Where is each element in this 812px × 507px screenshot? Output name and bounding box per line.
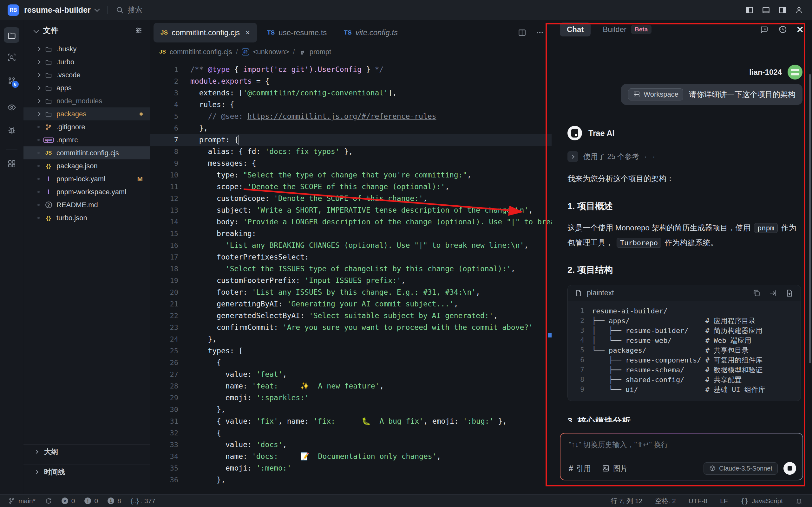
tree-line-1: 1resume-ai-builder/ [568,306,801,316]
chat-input[interactable]: "↑↓" 切换历史输入，"⇧↵" 换行 # 引用 图片 Claude-3.5-S… [560,434,803,480]
breadcrumb-separator: / [236,48,238,56]
explorer-header[interactable]: 文件 [23,20,150,41]
code-line-33: 33 value: 'docs', [150,439,552,451]
file-row--gitignore[interactable]: .gitignore [23,120,150,133]
workspace-tag[interactable]: Workspace [628,89,683,101]
sync-icon[interactable] [45,498,52,504]
code-line-18: 18 'Select the ISSUES type of changeList… [150,263,552,275]
history-icon[interactable] [778,25,788,34]
file-dot-icon [34,204,43,206]
account-icon[interactable] [795,6,803,14]
file-row-pnpm-workspace-yaml[interactable]: !pnpm-workspace.yaml [23,185,150,199]
breadcrumb-file[interactable]: commitlint.config.cjs [170,48,232,56]
folder-icon [45,59,52,66]
code-line-11: 11 scope: 'Denote the SCOPE of this chan… [150,181,552,193]
breadcrumb[interactable]: JS commitlint.config.cjs / @ <unknown> /… [150,45,552,59]
tab-commitlint-config[interactable]: JS commitlint.config.cjs × [154,23,257,43]
language-mode[interactable]: {}JavaScript [741,497,783,505]
chevron-down-icon[interactable] [94,6,100,12]
toggle-left-panel-icon[interactable] [745,6,754,14]
encoding[interactable]: UTF-8 [689,497,708,505]
copy-icon[interactable] [752,289,761,297]
git-branch-status[interactable]: main* [8,497,36,505]
git-status-badge: M [137,175,143,183]
breadcrumb-symbol[interactable]: <unknown> [253,48,289,56]
cursor-position[interactable]: 行 7, 列 12 [611,497,642,505]
timeline-section[interactable]: 时间线 [23,464,150,479]
user-name: lian-1024 [749,68,782,77]
file-row-readme-md[interactable]: ?README.md [23,199,150,211]
references-toggle[interactable]: 使用了 25 个参考 · · [567,151,803,162]
chat-messages[interactable]: lian-1024 Workspace 请你详细讲一下这个项目的架构 Trae … [552,39,812,422]
stop-button[interactable] [783,462,796,475]
code-line-22: 22 generatedSelectByAI: 'Select suitable… [150,310,552,322]
tab-use-resume[interactable]: TS use-resume.ts [260,23,334,43]
indentation[interactable]: 空格: 2 [655,497,676,505]
file-row--turbo[interactable]: .turbo [23,55,150,68]
outline-section[interactable]: 大纲 [23,444,150,459]
file-row-turbo-json[interactable]: {}turbo.json [23,211,150,224]
chevron-right-icon [34,73,43,76]
eol-sequence[interactable]: LF [720,497,728,505]
sidebar-item-search[interactable] [4,49,19,65]
breadcrumb-member[interactable]: prompt [310,48,331,56]
new-chat-icon[interactable] [760,25,769,34]
add-reference-button[interactable]: # 引用 [569,464,591,473]
tab-builder[interactable]: Builder Beta [603,25,652,34]
add-image-button[interactable]: 图片 [602,464,628,473]
user-message-bubble: Workspace 请你详细讲一下这个项目的架构 [621,84,803,105]
js-icon: JS [45,150,52,156]
toggle-right-panel-icon[interactable] [778,6,786,14]
file-label: .npmrc [56,136,78,144]
file-row-apps[interactable]: apps [23,81,150,95]
assistant-avatar [567,126,582,140]
file-row-package-json[interactable]: {}package.json [23,159,150,172]
file-row-commitlint-config-cjs[interactable]: JScommitlint.config.cjs [23,147,150,159]
scrollbar[interactable] [809,74,811,363]
apply-to-file-icon[interactable] [785,289,794,297]
file-label: node_modules [56,97,102,105]
sidebar-item-preview[interactable] [4,100,19,115]
filter-icon[interactable] [135,26,143,35]
project-name[interactable]: resume-ai-builder [24,5,91,14]
global-search[interactable]: 搜索 [116,5,142,15]
problems-count[interactable]: {..} : 377 [131,497,155,505]
info-count[interactable]: i8 [107,497,121,505]
outline-label: 大纲 [44,447,58,457]
sidebar-item-debug[interactable] [4,122,19,138]
model-name: Claude-3.5-Sonnet [719,465,772,472]
file-row--npmrc[interactable]: npm.npmrc [23,133,150,147]
tab-chat[interactable]: Chat [560,22,591,37]
model-selector[interactable]: Claude-3.5-Sonnet [704,462,778,475]
breadcrumb-separator: / [293,48,295,56]
file-label: pnpm-lock.yaml [56,175,105,183]
close-tab-icon[interactable]: × [246,28,250,37]
split-editor-icon[interactable] [518,29,526,37]
code-block-language: plaintext [587,289,614,297]
toggle-bottom-panel-icon[interactable] [762,6,770,14]
insert-code-icon[interactable] [769,289,777,297]
sidebar-item-explorer[interactable] [4,27,19,43]
code-line-2: 2module.exports = { [150,75,552,87]
error-count[interactable]: ×0 [61,497,75,505]
code-area[interactable]: 1/** @type { import('cz-git').UserConfig… [150,59,552,486]
bell-icon[interactable] [796,498,803,504]
tab-vite-config[interactable]: TS vite.config.ts [337,23,405,43]
section-heading-modules: 3. 核心模块分析 [567,415,803,422]
file-label: pnpm-workspace.yaml [56,188,126,196]
file-row--husky[interactable]: .husky [23,43,150,55]
close-icon[interactable]: ✕ [797,24,804,35]
code-line-3: 3 extends: ['@commitlint/config-conventi… [150,87,552,99]
sidebar-item-source-control[interactable]: 6 [4,73,19,89]
more-actions-icon[interactable] [536,29,544,37]
file-label: .turbo [56,58,74,66]
sidebar-item-extensions[interactable] [4,156,19,171]
file-row-node-modules[interactable]: node_modules [23,95,150,107]
file-row-packages[interactable]: packages [23,107,150,120]
git-branch-icon [8,498,15,504]
file-row--vscode[interactable]: .vscode [23,68,150,81]
warning-count[interactable]: !0 [84,497,98,505]
search-icon [116,6,124,14]
code-line-13: 13 subject: 'Write a SHORT, IMPERATIVE t… [150,205,552,216]
file-row-pnpm-lock-yaml[interactable]: !pnpm-lock.yamlM [23,172,150,185]
